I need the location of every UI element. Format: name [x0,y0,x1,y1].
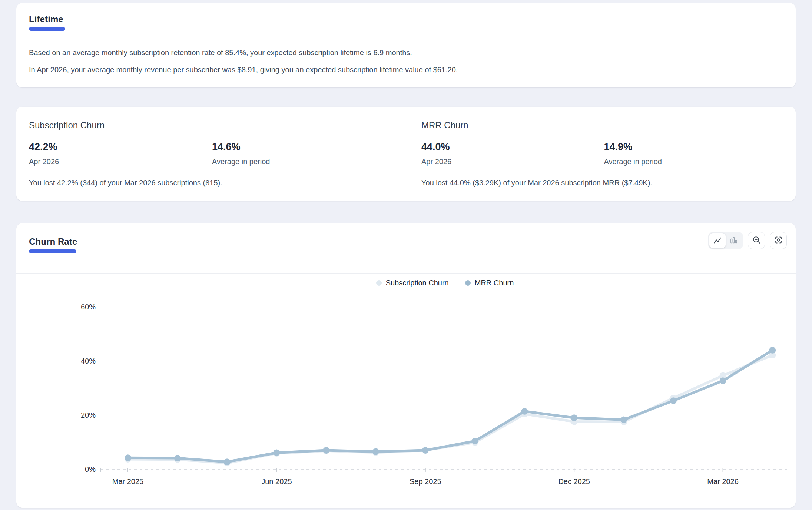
mrr-churn-stats: 44.0% Apr 2026 14.9% Average in period [421,141,786,166]
subscription-churn-current-value: 42.2% [29,141,212,153]
churn-rate-header: Churn Rate [16,223,796,274]
churn-rate-card: Churn Rate [16,223,796,508]
dashboard-page: Lifetime Based on an average monthly sub… [0,0,812,508]
lifetime-tab-label: Lifetime [29,14,783,24]
churn-rate-tab[interactable]: Churn Rate [29,236,77,253]
svg-text:Dec 2025: Dec 2025 [558,477,590,486]
legend-label-subscription-churn: Subscription Churn [386,279,449,287]
svg-text:60%: 60% [81,303,96,311]
bar-chart-icon [730,236,738,245]
lifetime-retention-summary: Based on an average monthly subscription… [29,47,783,58]
zoom-in-button[interactable] [748,232,765,249]
mrr-churn-note: You lost 44.0% ($3.29K) of your Mar 2026… [421,178,786,188]
lifetime-body: Based on an average monthly subscription… [16,37,796,87]
line-chart-icon [713,236,722,245]
lifetime-tab-header: Lifetime [16,3,796,37]
lifetime-tab[interactable]: Lifetime [29,14,783,31]
subscription-churn-average-stat: 14.6% Average in period [212,141,395,166]
lifetime-card: Lifetime Based on an average monthly sub… [16,3,796,87]
mrr-churn-marker [465,280,471,286]
subscription-churn-stats: 42.2% Apr 2026 14.6% Average in period [29,141,395,166]
subscription-churn-marker [376,280,382,286]
mrr-churn-average-value: 14.9% [604,141,787,153]
subscription-churn-current-stat: 42.2% Apr 2026 [29,141,212,166]
legend-item-mrr-churn[interactable]: MRR Churn [465,279,514,287]
chart-type-toggle [708,232,743,249]
zoom-in-icon [752,236,761,245]
legend-label-mrr-churn: MRR Churn [475,279,514,287]
bar-chart-toggle-button[interactable] [726,233,742,248]
chart-toolbar [708,232,787,249]
churn-summary-card: Subscription Churn 42.2% Apr 2026 14.6% … [16,107,796,201]
svg-text:40%: 40% [81,357,96,365]
svg-text:20%: 20% [81,411,96,419]
svg-text:Sep 2025: Sep 2025 [410,477,441,486]
subscription-churn-average-label: Average in period [212,157,395,166]
lifetime-value-summary: In Apr 2026, your average monthly revenu… [29,64,783,75]
active-tab-indicator [29,27,65,31]
subscription-churn-note: You lost 42.2% (344) of your Mar 2026 su… [29,178,395,188]
line-chart-toggle-button[interactable] [709,233,726,248]
active-tab-indicator [29,249,76,253]
svg-text:Mar 2025: Mar 2025 [112,477,144,486]
svg-text:0%: 0% [85,465,96,473]
screenshot-icon [774,236,783,245]
mrr-churn-current-label: Apr 2026 [421,157,604,166]
mrr-churn-current-value: 44.0% [421,141,604,153]
subscription-churn-title: Subscription Churn [29,120,395,130]
mrr-churn-panel: MRR Churn 44.0% Apr 2026 14.9% Average i… [408,107,799,201]
subscription-churn-panel: Subscription Churn 42.2% Apr 2026 14.6% … [16,107,408,201]
mrr-churn-average-stat: 14.9% Average in period [604,141,787,166]
subscription-churn-current-label: Apr 2026 [29,157,212,166]
mrr-churn-title: MRR Churn [421,120,786,130]
churn-rate-chart[interactable]: 0%20%40%60%Mar 2025Jun 2025Sep 2025Dec 2… [16,292,796,510]
mrr-churn-current-stat: 44.0% Apr 2026 [421,141,604,166]
screenshot-button[interactable] [770,232,787,249]
chart-legend: Subscription Churn MRR Churn [16,274,796,292]
svg-text:Jun 2025: Jun 2025 [261,477,292,486]
subscription-churn-average-value: 14.6% [212,141,395,153]
svg-text:Mar 2026: Mar 2026 [707,477,739,486]
churn-rate-tab-label: Churn Rate [29,236,77,247]
mrr-churn-average-label: Average in period [604,157,787,166]
legend-item-subscription-churn[interactable]: Subscription Churn [376,279,449,287]
